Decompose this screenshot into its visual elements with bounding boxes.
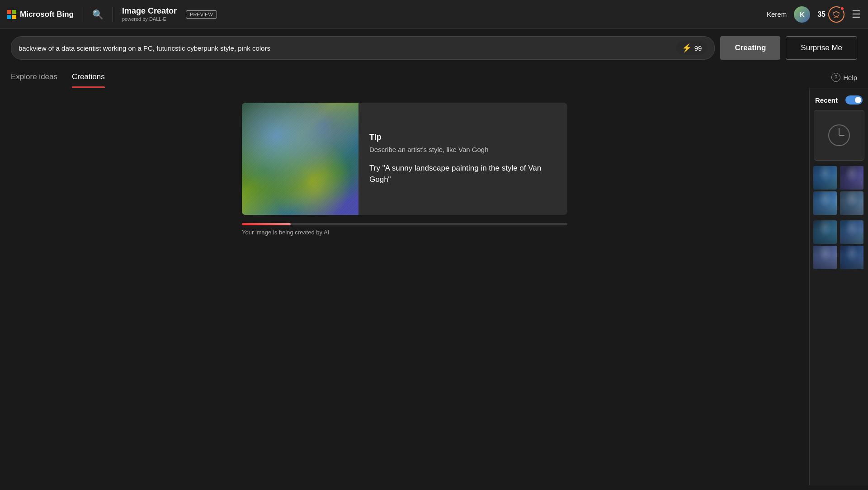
boost-icon: ⚡	[682, 43, 692, 53]
thumbs-grid-1	[813, 166, 864, 215]
recent-toggle[interactable]	[845, 95, 863, 105]
help-section[interactable]: ? Help	[831, 73, 857, 82]
help-circle-icon: ?	[831, 73, 840, 82]
progress-bar-track	[242, 223, 567, 225]
creating-button[interactable]: Creating	[720, 36, 780, 60]
recent-header: Recent	[813, 95, 864, 105]
reward-icon[interactable]	[828, 6, 844, 23]
tip-card: Tip Describe an artist's style, like Van…	[242, 103, 567, 215]
thumbnail-1[interactable]	[813, 166, 837, 190]
bing-label: Microsoft Bing	[20, 10, 74, 19]
header-divider-1	[83, 7, 83, 22]
tip-label: Tip	[369, 133, 557, 142]
tab-explore-ideas[interactable]: Explore ideas	[11, 67, 57, 88]
tab-creations[interactable]: Creations	[72, 67, 105, 88]
preview-badge: PREVIEW	[186, 10, 217, 19]
recent-label: Recent	[815, 96, 838, 104]
surprise-me-button[interactable]: Surprise Me	[786, 36, 857, 60]
trophy-icon	[832, 10, 840, 19]
progress-status-text: Your image is being created by AI	[242, 229, 567, 236]
center-area: Tip Describe an artist's style, like Van…	[0, 88, 809, 485]
progress-section: Your image is being created by AI	[242, 223, 567, 236]
main-content: Tip Describe an artist's style, like Van…	[0, 88, 868, 485]
microsoft-logo	[7, 10, 16, 19]
progress-bar-fill	[242, 223, 291, 225]
tip-image	[242, 103, 359, 215]
help-label: Help	[843, 74, 857, 81]
thumbnail-5[interactable]	[813, 220, 837, 244]
thumbs-grid-2	[813, 220, 864, 269]
avatar[interactable]: K	[794, 6, 810, 23]
right-sidebar: Recent	[809, 88, 868, 485]
thumbnail-4[interactable]	[840, 191, 863, 215]
prompt-input[interactable]	[19, 44, 671, 52]
header: Microsoft Bing 🔍 Image Creator powered b…	[0, 0, 868, 29]
thumbnail-8[interactable]	[840, 246, 863, 269]
search-input-wrapper: ⚡ 99	[11, 36, 715, 60]
header-divider-2	[113, 7, 113, 22]
app-title: Image Creator	[122, 6, 177, 16]
tip-example: Try "A sunny landscape painting in the s…	[369, 162, 557, 186]
notification-dot	[840, 6, 844, 11]
boost-badge: ⚡ 99	[676, 41, 708, 55]
reward-count: 35	[817, 10, 826, 19]
reward-badge[interactable]: 35	[817, 6, 844, 23]
user-name[interactable]: Kerem	[767, 10, 787, 18]
thumbnail-2[interactable]	[840, 166, 863, 190]
clock-placeholder	[814, 110, 864, 161]
logo-group[interactable]: Microsoft Bing	[7, 10, 74, 19]
thumbnail-6[interactable]	[840, 220, 863, 244]
thumbnail-3[interactable]	[813, 191, 837, 215]
clock-icon	[828, 124, 850, 146]
app-subtitle: powered by DALL·E	[122, 16, 177, 22]
boost-count: 99	[694, 44, 702, 52]
tabs: Explore ideas Creations	[11, 67, 105, 88]
tip-content: Tip Describe an artist's style, like Van…	[359, 103, 567, 215]
tip-subtitle: Describe an artist's style, like Van Gog…	[369, 146, 557, 153]
hamburger-icon[interactable]: ☰	[852, 9, 861, 20]
search-icon[interactable]: 🔍	[92, 9, 104, 20]
search-bar-section: ⚡ 99 Creating Surprise Me	[0, 29, 868, 67]
app-info: Image Creator powered by DALL·E	[122, 6, 177, 22]
header-right: Kerem K 35 ☰	[767, 6, 861, 23]
tabs-section: Explore ideas Creations ? Help	[0, 67, 868, 88]
thumbnail-7[interactable]	[813, 246, 837, 269]
